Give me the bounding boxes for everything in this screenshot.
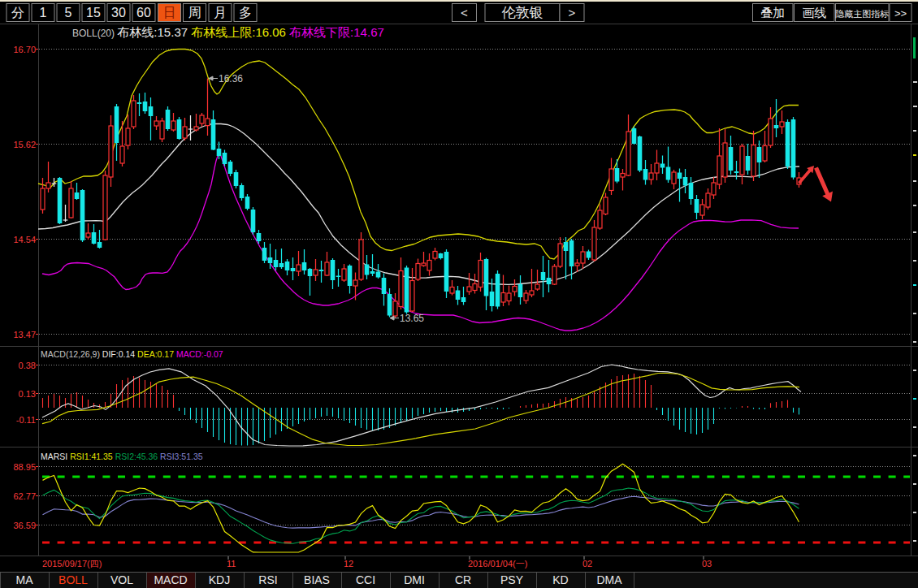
svg-text:88.95: 88.95 <box>13 462 36 472</box>
svg-text:伦敦银: 伦敦银 <box>502 5 543 20</box>
svg-text:36.59: 36.59 <box>13 521 36 530</box>
svg-text:画线: 画线 <box>802 6 826 19</box>
svg-text:日: 日 <box>163 6 176 19</box>
svg-text:2016/01/04(一): 2016/01/04(一) <box>468 559 527 569</box>
svg-text:叠加: 叠加 <box>760 6 785 19</box>
svg-text:VOL: VOL <box>110 573 133 586</box>
svg-text:03: 03 <box>702 559 712 569</box>
svg-text:多: 多 <box>239 6 252 19</box>
svg-text:DMA: DMA <box>596 573 622 586</box>
svg-text:CCI: CCI <box>356 573 375 586</box>
svg-text:<: < <box>461 6 468 19</box>
svg-text:-0.11: -0.11 <box>16 415 36 425</box>
svg-text:1: 1 <box>40 6 47 19</box>
svg-text:>>: >> <box>894 7 907 19</box>
svg-text:>: > <box>569 6 576 19</box>
svg-text:MA: MA <box>16 573 34 586</box>
svg-text:5: 5 <box>65 6 72 19</box>
svg-text:隐藏主图指标: 隐藏主图指标 <box>835 9 889 19</box>
svg-text:12: 12 <box>344 559 353 569</box>
svg-text:16.36: 16.36 <box>219 73 243 84</box>
svg-text:月: 月 <box>214 6 227 19</box>
svg-text:30: 30 <box>111 6 126 19</box>
svg-text:14.54: 14.54 <box>13 235 36 244</box>
svg-text:62.77: 62.77 <box>13 491 36 501</box>
svg-text:KDJ: KDJ <box>209 573 230 586</box>
svg-text:KD: KD <box>552 573 568 586</box>
svg-text:MACD: MACD <box>154 573 187 586</box>
svg-text:0.38: 0.38 <box>19 361 36 370</box>
svg-text:13.65: 13.65 <box>400 313 424 324</box>
svg-text:RSI: RSI <box>258 573 277 586</box>
svg-text:MACD(12,26,9) DIF:0.14 DEA:0.1: MACD(12,26,9) DIF:0.14 DEA:0.17 MACD:-0.… <box>41 349 223 359</box>
svg-text:MARSI RSI1:41.35 RSI2:45.36 RS: MARSI RSI1:41.35 RSI2:45.36 RSI3:51.35 <box>41 452 203 461</box>
svg-text:PSY: PSY <box>500 573 524 586</box>
svg-text:60: 60 <box>136 6 151 19</box>
svg-text:0.13: 0.13 <box>19 389 36 399</box>
svg-text:DMI: DMI <box>404 573 425 586</box>
svg-text:16.70: 16.70 <box>13 45 36 54</box>
svg-text:BOLL: BOLL <box>58 573 88 586</box>
svg-text:15.62: 15.62 <box>13 140 36 149</box>
svg-text:周: 周 <box>188 6 201 19</box>
svg-text:2015/09/17(四): 2015/09/17(四) <box>42 559 102 569</box>
svg-text:分: 分 <box>11 6 24 19</box>
svg-text:15: 15 <box>86 6 101 19</box>
svg-text:13.47: 13.47 <box>13 330 36 339</box>
svg-text:BIAS: BIAS <box>304 573 330 586</box>
svg-text:CR: CR <box>455 573 471 586</box>
svg-text:BOLL(20) 布林线:15.37 布林线上限:16.06: BOLL(20) 布林线:15.37 布林线上限:16.06 布林线下限:14.… <box>72 25 384 39</box>
svg-text:11: 11 <box>227 559 236 569</box>
svg-text:02: 02 <box>582 559 592 569</box>
